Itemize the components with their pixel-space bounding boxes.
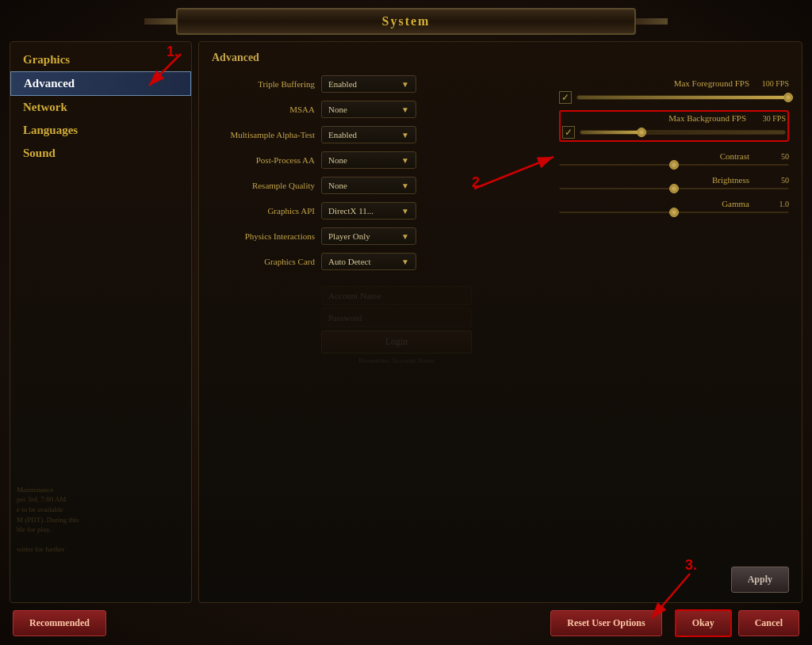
- dropdown-graphics-api[interactable]: DirectX 11... ▼: [321, 202, 416, 219]
- username-input-bg: Account Name: [321, 286, 472, 305]
- content-area: Graphics Advanced Network Languages Soun…: [10, 41, 802, 603]
- dropdown-arrow-icon: ▼: [401, 131, 409, 139]
- slider-label-foreground-fps: Max Foreground FPS: [559, 78, 749, 88]
- window-title: System: [382, 14, 431, 28]
- password-input-bg: Password: [321, 308, 472, 327]
- slider-section-background-fps-highlight: Max Background FPS 30 FPS: [559, 110, 789, 142]
- sidebar-item-advanced[interactable]: Advanced: [10, 71, 191, 96]
- slider-value-contrast: 50: [749, 152, 789, 161]
- slider-section-foreground-fps: Max Foreground FPS 100 FPS: [559, 78, 789, 104]
- slider-label-contrast: Contrast: [559, 151, 749, 161]
- left-settings-column: Triple Buffering Enabled ▼ MSAA None ▼: [212, 75, 546, 364]
- slider-header-background-fps: Max Background FPS 30 FPS: [562, 113, 786, 123]
- dropdown-arrow-icon: ▼: [401, 105, 409, 114]
- login-btn-bg: Login: [321, 330, 472, 353]
- dropdown-arrow-icon: ▼: [401, 80, 409, 89]
- setting-row-multisample: Multisample Alpha-Test Enabled ▼: [212, 126, 546, 143]
- label-graphics-card: Graphics Card: [212, 257, 315, 266]
- slider-value-background-fps: 30 FPS: [746, 114, 786, 123]
- dropdown-triple-buffering[interactable]: Enabled ▼: [321, 75, 416, 93]
- cancel-button[interactable]: Cancel: [738, 610, 799, 636]
- dropdown-postprocess[interactable]: None ▼: [321, 151, 416, 169]
- sidebar-item-languages[interactable]: Languages: [10, 119, 191, 142]
- setting-row-graphics-api: Graphics API DirectX 11... ▼: [212, 202, 546, 219]
- label-graphics-api: Graphics API: [212, 206, 315, 216]
- slider-thumb-gamma: [669, 208, 679, 217]
- dropdown-multisample[interactable]: Enabled ▼: [321, 126, 416, 143]
- slider-row-background-fps: [562, 126, 786, 139]
- slider-section-background-fps: Max Background FPS 30 FPS: [562, 113, 786, 139]
- bottom-bar: Recommended Reset User Options Okay Canc…: [10, 609, 802, 637]
- label-multisample: Multisample Alpha-Test: [212, 130, 315, 139]
- title-bar: System: [176, 8, 636, 35]
- slider-section-gamma: Gamma 1.0: [559, 199, 789, 213]
- slider-value-brightness: 50: [749, 176, 789, 185]
- apply-button-container: Apply: [731, 567, 789, 593]
- okay-button[interactable]: Okay: [675, 609, 732, 637]
- slider-section-brightness: Brightness 50: [559, 175, 789, 189]
- setting-row-resample: Resample Quality None ▼: [212, 177, 546, 194]
- settings-grid: Triple Buffering Enabled ▼ MSAA None ▼: [212, 75, 789, 364]
- slider-track-brightness[interactable]: [559, 188, 789, 189]
- setting-row-triple-buffering: Triple Buffering Enabled ▼: [212, 75, 546, 93]
- slider-label-gamma: Gamma: [559, 199, 749, 208]
- label-msaa: MSAA: [212, 105, 315, 114]
- slider-thumb-contrast: [669, 160, 679, 170]
- apply-button[interactable]: Apply: [731, 567, 789, 593]
- slider-section-contrast: Contrast 50: [559, 151, 789, 166]
- setting-row-graphics-card: Graphics Card Auto Detect ▼: [212, 253, 546, 270]
- dropdown-arrow-icon: ▼: [401, 258, 409, 266]
- right-settings-column: Max Foreground FPS 100 FPS: [559, 75, 789, 364]
- slider-track-gamma[interactable]: [559, 212, 789, 213]
- main-container: System Graphics Advanced Network Languag…: [0, 0, 812, 645]
- sidebar-item-sound[interactable]: Sound: [10, 142, 191, 165]
- sidebar-item-network[interactable]: Network: [10, 96, 191, 119]
- dropdown-arrow-icon: ▼: [401, 232, 409, 241]
- right-panel: Advanced Triple Buffering Enabled ▼ MSAA: [198, 41, 802, 603]
- label-resample: Resample Quality: [212, 181, 315, 190]
- login-area: Account Name Password Login Remember Acc…: [212, 286, 546, 364]
- slider-thumb-foreground-fps: [783, 93, 793, 102]
- slider-fill-foreground-fps: [577, 96, 788, 99]
- slider-fill-background-fps: [580, 131, 642, 134]
- slider-value-foreground-fps: 100 FPS: [749, 79, 789, 88]
- dropdown-graphics-card[interactable]: Auto Detect ▼: [321, 253, 416, 270]
- dropdown-resample[interactable]: None ▼: [321, 177, 416, 194]
- setting-row-physics: Physics Interactions Player Only ▼: [212, 227, 546, 245]
- slider-track-foreground-fps[interactable]: [576, 95, 789, 100]
- label-physics: Physics Interactions: [212, 231, 315, 241]
- slider-header-foreground-fps: Max Foreground FPS 100 FPS: [559, 78, 789, 88]
- dropdown-arrow-icon: ▼: [401, 156, 409, 165]
- slider-row-foreground-fps: [559, 91, 789, 104]
- remember-text: Remember Account Name: [321, 357, 472, 364]
- slider-label-brightness: Brightness: [559, 175, 749, 185]
- label-postprocess: Post-Process AA: [212, 155, 315, 165]
- slider-thumb-background-fps: [637, 128, 646, 137]
- dropdown-arrow-icon: ▼: [401, 207, 409, 216]
- slider-thumb-brightness: [669, 184, 679, 193]
- sidebar: Graphics Advanced Network Languages Soun…: [10, 41, 192, 603]
- dropdown-msaa[interactable]: None ▼: [321, 101, 416, 118]
- reset-button[interactable]: Reset User Options: [550, 610, 661, 636]
- setting-row-postprocess: Post-Process AA None ▼: [212, 151, 546, 169]
- dropdown-physics[interactable]: Player Only ▼: [321, 227, 416, 245]
- slider-value-gamma: 1.0: [749, 200, 789, 208]
- slider-track-contrast[interactable]: [559, 164, 789, 166]
- sidebar-news-text: Maintenanceper 3rd, 7:00 AMe to be avail…: [17, 485, 185, 555]
- recommended-button[interactable]: Recommended: [13, 610, 106, 636]
- checkbox-background-fps[interactable]: [562, 126, 575, 139]
- dropdown-arrow-icon: ▼: [401, 181, 409, 190]
- sidebar-item-graphics[interactable]: Graphics: [10, 48, 191, 71]
- checkbox-foreground-fps[interactable]: [559, 91, 572, 104]
- label-triple-buffering: Triple Buffering: [212, 79, 315, 89]
- slider-label-background-fps: Max Background FPS: [562, 113, 746, 123]
- setting-row-msaa: MSAA None ▼: [212, 101, 546, 118]
- section-title: Advanced: [212, 52, 789, 64]
- slider-track-background-fps[interactable]: [580, 130, 786, 135]
